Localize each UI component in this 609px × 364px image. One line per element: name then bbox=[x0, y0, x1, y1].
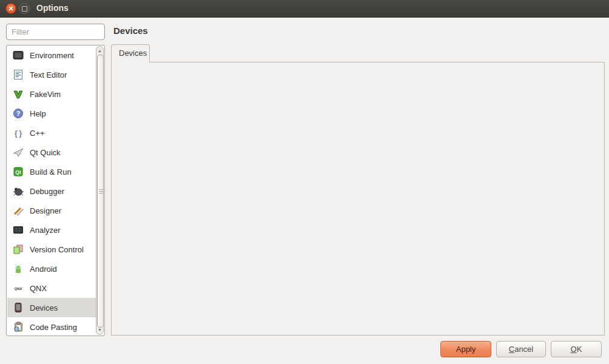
svg-text:Qt: Qt bbox=[15, 169, 21, 175]
sidebar-item-code-pasting[interactable]: Code Pasting bbox=[7, 317, 96, 337]
text-editor-icon bbox=[12, 69, 24, 80]
sidebar-item-qnx[interactable]: QNX QNX bbox=[7, 278, 96, 298]
tab-devices[interactable]: Devices bbox=[111, 44, 150, 62]
sidebar-item-fakevim[interactable]: FakeVim bbox=[7, 84, 96, 104]
help-icon: ? bbox=[12, 108, 24, 119]
devices-icon bbox=[12, 302, 24, 313]
sidebar-item-label: Debugger bbox=[30, 187, 64, 196]
build-run-icon: Qt bbox=[12, 166, 24, 177]
grip-icon bbox=[99, 191, 103, 192]
sidebar-item-label: Designer bbox=[30, 206, 61, 215]
sidebar-item-label: QNX bbox=[30, 284, 47, 293]
sidebar-item-designer[interactable]: Designer bbox=[7, 201, 96, 220]
svg-text:QNX: QNX bbox=[14, 287, 22, 291]
qt-quick-icon bbox=[12, 147, 24, 158]
qnx-icon: QNX bbox=[12, 283, 24, 294]
sidebar-item-label: Code Pasting bbox=[30, 323, 77, 332]
options-dialog: ✕ Options Environment Text Editor FakeVi… bbox=[0, 0, 609, 364]
scroll-up-icon[interactable]: ▲ bbox=[96, 47, 103, 55]
close-icon[interactable]: ✕ bbox=[5, 3, 16, 14]
window-title: Options bbox=[36, 0, 69, 16]
tab-pane bbox=[111, 62, 605, 335]
scrollbar-thumb[interactable] bbox=[97, 55, 104, 328]
sidebar-item-debugger[interactable]: Debugger bbox=[7, 181, 96, 201]
fakevim-icon bbox=[12, 89, 24, 99]
sidebar-scrollbar[interactable]: ▲ ▼ bbox=[96, 46, 104, 335]
code-pasting-icon bbox=[12, 322, 24, 332]
sidebar-item-environment[interactable]: Environment bbox=[7, 46, 96, 65]
cpp-icon: { } bbox=[12, 127, 24, 138]
sidebar-item-build-run[interactable]: Qt Build & Run bbox=[7, 162, 96, 181]
sidebar-item-label: Environment bbox=[30, 51, 74, 60]
svg-text:?: ? bbox=[16, 110, 21, 117]
analyzer-icon bbox=[12, 224, 24, 235]
filter-input[interactable] bbox=[6, 24, 105, 40]
sidebar-item-help[interactable]: ? Help bbox=[7, 104, 96, 123]
environment-icon bbox=[12, 50, 24, 61]
svg-text:{ }: { } bbox=[15, 129, 22, 138]
sidebar-item-label: Qt Quick bbox=[30, 148, 61, 157]
ok-button[interactable]: OK bbox=[551, 341, 602, 357]
apply-button[interactable]: Apply bbox=[440, 341, 491, 357]
sidebar-item-android[interactable]: Android bbox=[7, 259, 96, 278]
android-icon bbox=[12, 263, 24, 274]
sidebar-item-version-control[interactable]: Version Control bbox=[7, 240, 96, 259]
sidebar-item-devices[interactable]: Devices bbox=[7, 298, 96, 317]
sidebar-item-text-editor[interactable]: Text Editor bbox=[7, 65, 96, 84]
sidebar-item-label: Version Control bbox=[30, 245, 84, 254]
maximize-icon[interactable] bbox=[19, 3, 30, 14]
sidebar-item-analyzer[interactable]: Analyzer bbox=[7, 220, 96, 240]
designer-icon bbox=[12, 205, 24, 216]
cancel-button[interactable]: Cancel bbox=[496, 341, 546, 357]
sidebar-item-label: Android bbox=[30, 265, 57, 274]
debugger-icon bbox=[12, 186, 24, 197]
sidebar-item-label: FakeVim bbox=[30, 90, 61, 99]
sidebar-item-label: Devices bbox=[30, 303, 58, 312]
sidebar-item-label: C++ bbox=[30, 129, 45, 138]
titlebar: ✕ Options bbox=[0, 0, 609, 18]
sidebar-item-cpp[interactable]: { } C++ bbox=[7, 123, 96, 143]
version-control-icon bbox=[12, 244, 24, 255]
category-list: Environment Text Editor FakeVim ? Help {… bbox=[6, 45, 105, 336]
sidebar-item-qt-quick[interactable]: Qt Quick bbox=[7, 143, 96, 162]
sidebar-item-label: Analyzer bbox=[30, 226, 61, 235]
sidebar-item-label: Build & Run bbox=[30, 167, 72, 177]
page-title: Devices bbox=[113, 25, 148, 36]
sidebar-item-label: Help bbox=[30, 109, 46, 118]
sidebar-item-label: Text Editor bbox=[30, 70, 67, 79]
